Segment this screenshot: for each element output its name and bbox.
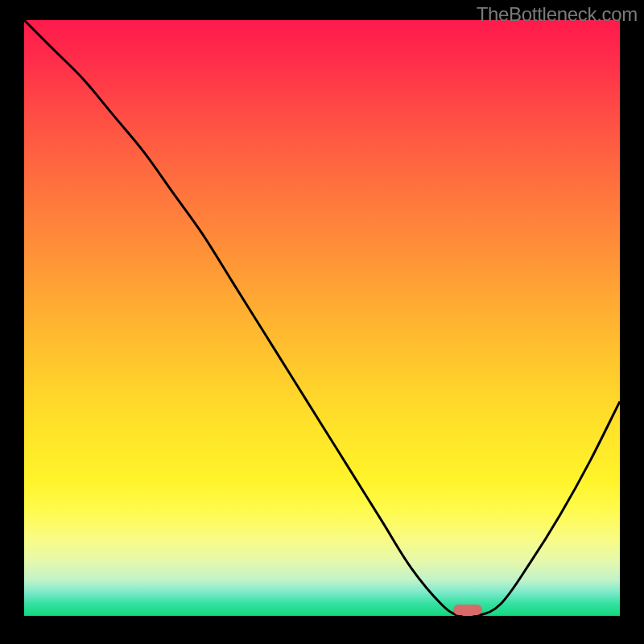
optimal-marker <box>453 605 482 615</box>
bottleneck-curve <box>24 20 620 616</box>
chart-container: TheBottleneck.com <box>0 0 644 644</box>
plot-area <box>24 20 620 616</box>
x-axis <box>24 616 620 618</box>
watermark-text: TheBottleneck.com <box>477 3 638 26</box>
